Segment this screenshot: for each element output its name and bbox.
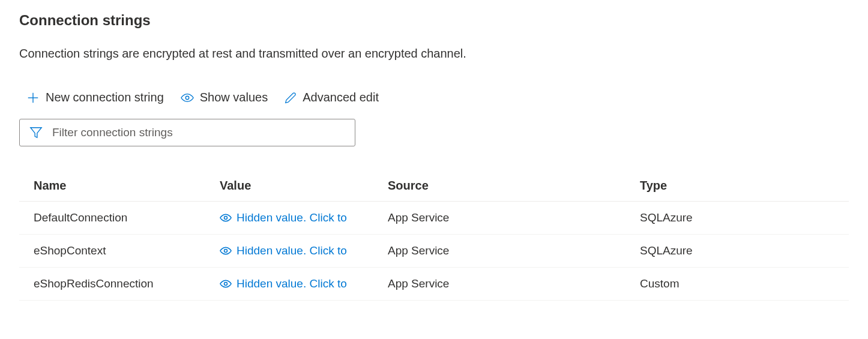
cell-name: DefaultConnection — [34, 211, 220, 224]
cell-source: App Service — [388, 211, 640, 224]
section-title: Connection strings — [19, 12, 849, 29]
cell-type: SQLAzure — [640, 211, 834, 224]
header-value: Value — [220, 179, 388, 193]
cell-value[interactable]: Hidden value. Click to — [220, 211, 388, 224]
cell-source: App Service — [388, 244, 640, 257]
cell-type: SQLAzure — [640, 244, 834, 257]
cell-type: Custom — [640, 277, 834, 290]
advanced-edit-label: Advanced edit — [303, 91, 379, 104]
filter-icon — [29, 126, 43, 139]
hidden-value-link: Hidden value. Click to — [237, 211, 347, 224]
table-row[interactable]: DefaultConnection Hidden value. Click to… — [19, 202, 849, 235]
svg-marker-3 — [31, 128, 41, 138]
svg-point-2 — [185, 96, 189, 100]
svg-point-5 — [225, 250, 228, 253]
hidden-value-link: Hidden value. Click to — [237, 244, 347, 257]
table-header: Name Value Source Type — [19, 170, 849, 202]
connection-strings-table: Name Value Source Type DefaultConnection… — [19, 170, 849, 301]
cell-value[interactable]: Hidden value. Click to — [220, 277, 388, 290]
eye-icon — [220, 247, 232, 255]
table-row[interactable]: eShopContext Hidden value. Click to App … — [19, 235, 849, 268]
pencil-icon — [285, 92, 297, 104]
plus-icon — [26, 91, 40, 104]
cell-value[interactable]: Hidden value. Click to — [220, 244, 388, 257]
cell-name: eShopContext — [34, 244, 220, 257]
section-description: Connection strings are encrypted at rest… — [19, 47, 849, 61]
header-source: Source — [388, 179, 640, 193]
show-values-label: Show values — [200, 91, 268, 104]
svg-point-4 — [225, 217, 228, 220]
eye-icon — [220, 280, 232, 288]
new-connection-string-label: New connection string — [46, 91, 164, 104]
new-connection-string-button[interactable]: New connection string — [26, 91, 164, 104]
filter-input[interactable] — [52, 126, 345, 139]
svg-point-6 — [225, 283, 228, 286]
hidden-value-link: Hidden value. Click to — [237, 277, 347, 290]
eye-icon — [220, 214, 232, 222]
cell-source: App Service — [388, 277, 640, 290]
filter-box[interactable] — [19, 119, 355, 146]
table-row[interactable]: eShopRedisConnection Hidden value. Click… — [19, 268, 849, 301]
toolbar: New connection string Show values Advanc… — [19, 91, 849, 104]
cell-name: eShopRedisConnection — [34, 277, 220, 290]
advanced-edit-button[interactable]: Advanced edit — [285, 91, 379, 104]
header-name: Name — [34, 179, 220, 193]
show-values-button[interactable]: Show values — [181, 91, 268, 104]
eye-icon — [181, 93, 194, 103]
header-type: Type — [640, 179, 834, 193]
